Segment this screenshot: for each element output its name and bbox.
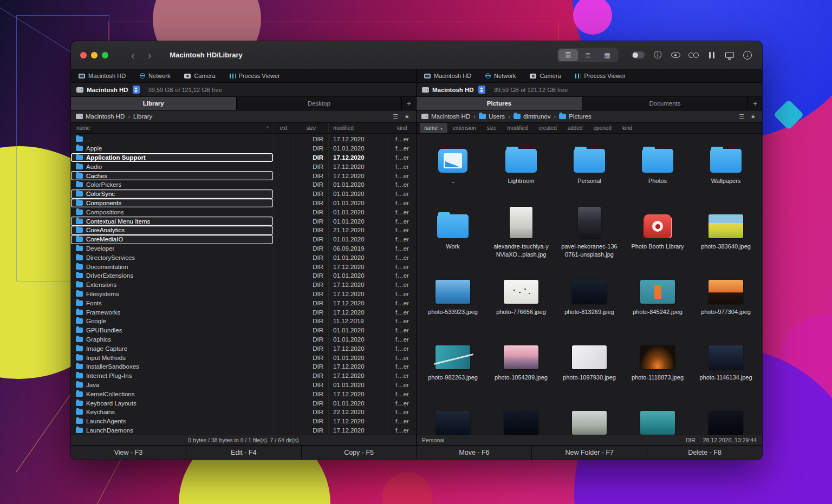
file-row[interactable]: Keyboard Layouts DIR 01.01.2020 f…er [71,398,416,408]
grid-item[interactable]: alexandre-tsuchiya-yNViaXO...plash.jpg [487,204,555,269]
back-button[interactable]: ‹ [125,50,141,61]
column-header-extension[interactable]: extension [447,123,482,133]
view-f3-button[interactable]: View - F3 [71,446,186,460]
file-row[interactable]: Keychains DIR 22.12.2020 f…er [71,408,416,417]
file-row[interactable]: KernelCollections DIR 17.12.2020 f…er [71,389,416,398]
right-device-tab-camera[interactable]: Camera [530,73,561,79]
edit-f4-button[interactable]: Edit - F4 [186,446,301,460]
file-row[interactable]: Documentation DIR 17.12.2020 f…er [71,262,416,271]
file-row[interactable]: CoreAnalytics DIR 21.12.2020 f…er [71,226,416,235]
column-header-size[interactable]: size [294,123,328,133]
file-row[interactable]: Image Capture DIR 17.12.2020 f…er [71,344,416,353]
favorites-star-icon[interactable]: ★ [402,113,411,120]
column-header-name[interactable]: name ▲ [420,123,447,133]
grid-item[interactable]: Personal [555,138,623,204]
right-device-tab-process-viewer[interactable]: Process Viewer [575,73,626,79]
column-header-opened[interactable]: opened [588,123,617,133]
file-row[interactable]: LaunchAgents DIR 17.12.2020 f…er [71,417,416,426]
file-row[interactable]: ColorSync DIR 01.01.2020 f…er [71,189,416,199]
left-device-tab-macintosh-hd[interactable]: Macintosh HD [79,73,126,79]
grid-item[interactable]: photo-1118873.jpeg [623,335,692,400]
breadcrumb-item[interactable]: Macintosh HD [431,113,470,120]
file-row[interactable]: Fonts DIR 17.12.2020 f…er [71,298,416,307]
left-device-tab-network[interactable]: Network [140,73,170,79]
grid-item[interactable]: Photo Booth Library [623,204,692,269]
file-row[interactable]: InstallerSandboxes DIR 17.12.2020 f…er [71,362,416,371]
grid-item[interactable]: pavel-nekoranec-1360761-unsplash.jpg [555,204,623,269]
breadcrumb-item[interactable]: Pictures [569,113,592,120]
file-row[interactable]: CoreMediaIO DIR 01.01.2020 f…er [71,235,416,244]
grid-item[interactable]: photo-1146134.jpeg [692,335,760,400]
breadcrumb-item[interactable]: Macintosh HD [86,113,125,120]
tab-desktop[interactable]: Desktop [237,97,402,110]
info-icon[interactable]: ⓘ [653,50,662,60]
column-header-modified[interactable]: modified [328,123,388,133]
close-window-button[interactable] [80,52,87,58]
file-row[interactable]: Developer DIR 06.09.2019 f…er [71,244,416,253]
grid-item[interactable]: Photos [623,138,692,204]
new-tab-button[interactable]: + [748,97,762,110]
breadcrumb-item[interactable]: Library [133,113,152,120]
file-row[interactable]: Frameworks DIR 17.12.2020 f…er [71,307,416,317]
file-row[interactable]: GPUBundles DIR 01.01.2020 f…er [71,326,416,335]
left-device-tab-camera[interactable]: Camera [184,73,215,79]
column-header-ext[interactable]: ext [273,123,294,133]
column-header-added[interactable]: added [562,123,588,133]
grid-item[interactable]: Lightroom [487,138,555,204]
file-row[interactable]: LaunchDaemons DIR 17.12.2020 f…er [71,426,416,435]
grid-item[interactable]: photo-1097930.jpeg [555,335,623,400]
file-row[interactable]: ColorPickers DIR 01.01.2020 f…er [71,180,416,189]
forward-button[interactable]: › [141,50,158,61]
grid-item[interactable] [692,400,760,435]
tab-documents[interactable]: Documents [582,97,748,110]
grid-item[interactable] [555,400,623,435]
grid-item[interactable]: photo-845242.jpeg [623,269,692,335]
view-list-button[interactable]: ☰ [558,49,578,61]
tab-pictures[interactable]: Pictures [417,97,582,110]
file-row[interactable]: Google DIR 11.12.2019 f…er [71,317,416,326]
file-row[interactable]: Audio DIR 17.12.2020 f…er [71,162,416,171]
grid-item[interactable]: Work [419,204,487,269]
right-device-tab-network[interactable]: Network [485,73,516,79]
view-grid-button[interactable]: ▦ [597,49,617,61]
display-icon[interactable] [725,52,734,58]
grid-item[interactable] [419,400,487,435]
grid-item[interactable]: .. [419,138,487,204]
file-row[interactable]: Internet Plug-Ins DIR 17.12.2020 f…er [71,371,416,381]
tab-library[interactable]: Library [71,97,237,110]
left-device-tab-process-viewer[interactable]: Process Viewer [230,73,280,79]
move-f6-button[interactable]: Move - F6 [416,446,531,460]
column-header-kind[interactable]: kind [388,123,416,133]
left-volume-selector[interactable]: Macintosh HD [76,86,140,94]
file-row[interactable]: Application Support DIR 17.12.2020 f…er [71,153,416,162]
new-folder-f7-button[interactable]: New Folder - F7 [531,446,647,460]
breadcrumb-item[interactable]: Users [489,113,505,120]
file-row[interactable]: DriverExtensions DIR 01.01.2020 f…er [71,271,416,280]
file-row[interactable]: Filesystems DIR 17.12.2020 f…er [71,290,416,299]
file-row[interactable]: Extensions DIR 17.12.2020 f…er [71,280,416,290]
grid-item[interactable]: photo-383640.jpeg [692,204,760,269]
binoculars-icon[interactable] [688,53,699,57]
file-row[interactable]: Contextual Menu Items DIR 01.01.2020 f…e… [71,217,416,226]
grid-item[interactable]: photo-982263.jpeg [419,335,487,400]
view-detail-button[interactable]: ≣ [578,49,597,61]
column-header-name[interactable]: name ^ [71,123,273,133]
favorites-star-icon[interactable]: ★ [749,113,757,120]
list-menu-icon[interactable]: ☰ [737,113,746,120]
copy-f5-button[interactable]: Copy - F5 [301,446,417,460]
eye-icon[interactable] [671,52,680,58]
list-menu-icon[interactable]: ☰ [391,113,400,120]
grid-item[interactable]: photo-813269.jpeg [555,269,623,335]
file-row[interactable]: .. DIR 17.12.2020 f…er [71,135,416,144]
file-row[interactable]: Input Methods DIR 01.01.2020 f…er [71,353,416,362]
pause-icon[interactable] [707,52,717,58]
file-row[interactable]: Apple DIR 01.01.2020 f…er [71,144,416,153]
minimize-window-button[interactable] [91,52,98,58]
grid-item[interactable]: photo-776656.jpeg [487,269,555,335]
grid-item[interactable]: photo-977304.jpeg [692,269,760,335]
file-row[interactable]: DirectoryServices DIR 01.01.2020 f…er [71,253,416,262]
file-row[interactable]: Graphics DIR 01.01.2020 f…er [71,335,416,344]
download-icon[interactable]: ↓ [743,51,752,60]
grid-item[interactable]: photo-533923.jpeg [419,269,487,335]
column-header-created[interactable]: created [533,123,562,133]
